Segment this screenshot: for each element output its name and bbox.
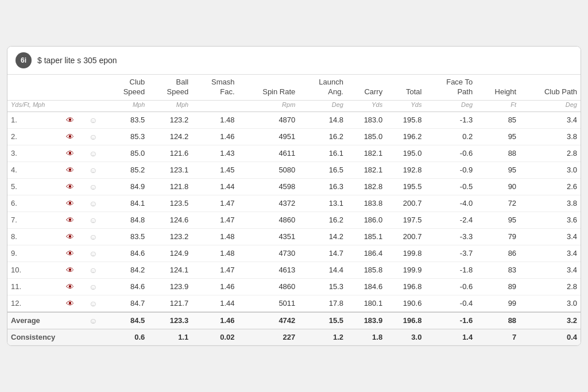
row-eye[interactable]: 👁	[59, 228, 82, 245]
row-carry: 182.1	[347, 145, 386, 162]
row-club-speed: 85.3	[105, 128, 148, 145]
row-ball-speed: 123.1	[148, 162, 192, 178]
row-eye[interactable]: 👁	[59, 295, 82, 312]
row-launch: 15.3	[299, 278, 347, 295]
unit-deg3: Deg	[520, 101, 581, 112]
eye-icon[interactable]: 👁	[66, 266, 74, 275]
row-ball-speed: 124.9	[148, 245, 192, 262]
row-smash: 1.47	[192, 212, 238, 228]
table-row: 4. 👁 ☺ 85.2 123.1 1.45 5080 16.5 182.1 1…	[7, 162, 581, 178]
table-row: 5. 👁 ☺ 84.9 121.8 1.44 4598 16.3 182.8 1…	[7, 178, 581, 195]
row-launch: 16.2	[299, 128, 347, 145]
table-row: 12. 👁 ☺ 84.7 121.7 1.44 5011 17.8 180.1 …	[7, 295, 581, 312]
row-eye[interactable]: 👁	[59, 112, 82, 128]
row-height: 89	[476, 278, 520, 295]
con-empty1	[59, 329, 82, 345]
row-smiley[interactable]: ☺	[82, 245, 105, 262]
row-smash: 1.48	[192, 112, 238, 128]
eye-icon[interactable]: 👁	[66, 166, 74, 175]
smiley-icon: ☺	[89, 249, 97, 258]
row-smiley[interactable]: ☺	[82, 112, 105, 128]
eye-icon[interactable]: 👁	[66, 232, 74, 241]
unit-ft: Ft	[476, 101, 520, 112]
row-carry: 182.1	[347, 162, 386, 178]
con-empty2	[82, 329, 105, 345]
row-smiley[interactable]: ☺	[82, 295, 105, 312]
row-smiley[interactable]: ☺	[82, 228, 105, 245]
row-carry: 182.8	[347, 178, 386, 195]
row-smash: 1.44	[192, 295, 238, 312]
row-total: 199.9	[386, 262, 425, 278]
row-smiley[interactable]: ☺	[82, 262, 105, 278]
avg-eye	[59, 312, 82, 329]
smiley-icon: ☺	[89, 149, 97, 158]
row-eye[interactable]: 👁	[59, 128, 82, 145]
row-face-path: -0.4	[425, 295, 476, 312]
row-smiley[interactable]: ☺	[82, 145, 105, 162]
row-eye[interactable]: 👁	[59, 145, 82, 162]
eye-icon[interactable]: 👁	[66, 199, 74, 208]
row-eye[interactable]: 👁	[59, 278, 82, 295]
row-eye[interactable]: 👁	[59, 245, 82, 262]
row-total: 196.8	[386, 278, 425, 295]
row-num: 8.	[7, 228, 59, 245]
row-carry: 183.8	[347, 195, 386, 212]
row-eye[interactable]: 👁	[59, 262, 82, 278]
row-smash: 1.46	[192, 128, 238, 145]
row-spin: 5080	[238, 162, 299, 178]
row-face-path: -0.6	[425, 278, 476, 295]
consistency-row: Consistency 0.6 1.1 0.02 227 1.2 1.8 3.0…	[7, 329, 581, 345]
smiley-icon: ☺	[89, 216, 97, 225]
row-face-path: -3.3	[425, 228, 476, 245]
row-eye[interactable]: 👁	[59, 212, 82, 228]
club-badge: 6i	[16, 52, 32, 68]
eye-icon[interactable]: 👁	[66, 132, 74, 141]
table-row: 10. 👁 ☺ 84.2 124.1 1.47 4613 14.4 185.8 …	[7, 262, 581, 278]
avg-carry: 183.9	[347, 312, 386, 329]
eye-icon[interactable]: 👁	[66, 282, 74, 291]
row-spin: 4611	[238, 145, 299, 162]
header: 6i $ taper lite s 305 epon	[7, 47, 581, 75]
eye-icon[interactable]: 👁	[66, 149, 74, 158]
unit-rpm: Rpm	[238, 101, 299, 112]
row-smiley[interactable]: ☺	[82, 178, 105, 195]
col-header-height: Height	[476, 75, 520, 100]
eye-icon[interactable]: 👁	[66, 249, 74, 258]
row-eye[interactable]: 👁	[59, 162, 82, 178]
row-ball-speed: 123.5	[148, 195, 192, 212]
row-total: 195.0	[386, 145, 425, 162]
row-ball-speed: 123.2	[148, 112, 192, 128]
eye-icon[interactable]: 👁	[66, 116, 74, 125]
row-smash: 1.45	[192, 162, 238, 178]
col-header-eye	[59, 75, 82, 100]
eye-icon[interactable]: 👁	[66, 182, 74, 191]
col-header-spin: Spin Rate	[238, 75, 299, 100]
table-body: 1. 👁 ☺ 83.5 123.2 1.48 4870 14.8 183.0 1…	[7, 112, 581, 345]
row-eye[interactable]: 👁	[59, 178, 82, 195]
row-smiley[interactable]: ☺	[82, 278, 105, 295]
row-launch: 14.7	[299, 245, 347, 262]
row-total: 200.7	[386, 195, 425, 212]
row-total: 195.5	[386, 178, 425, 195]
row-smiley[interactable]: ☺	[82, 128, 105, 145]
row-club-speed: 84.6	[105, 245, 148, 262]
row-eye[interactable]: 👁	[59, 195, 82, 212]
eye-icon[interactable]: 👁	[66, 299, 74, 308]
eye-icon[interactable]: 👁	[66, 216, 74, 225]
con-spin: 227	[238, 329, 299, 345]
row-num: 1.	[7, 112, 59, 128]
main-container: 6i $ taper lite s 305 epon ClubSpeed Bal…	[7, 46, 581, 345]
row-spin: 4351	[238, 228, 299, 245]
row-carry: 184.6	[347, 278, 386, 295]
row-smiley[interactable]: ☺	[82, 195, 105, 212]
row-num: 7.	[7, 212, 59, 228]
row-launch: 17.8	[299, 295, 347, 312]
row-smiley[interactable]: ☺	[82, 212, 105, 228]
row-total: 197.5	[386, 212, 425, 228]
row-club-speed: 85.2	[105, 162, 148, 178]
col-header-smash: SmashFac.	[192, 75, 238, 100]
row-height: 95	[476, 212, 520, 228]
avg-club-path: 3.2	[520, 312, 581, 329]
row-club-path: 3.6	[520, 212, 581, 228]
row-smiley[interactable]: ☺	[82, 162, 105, 178]
